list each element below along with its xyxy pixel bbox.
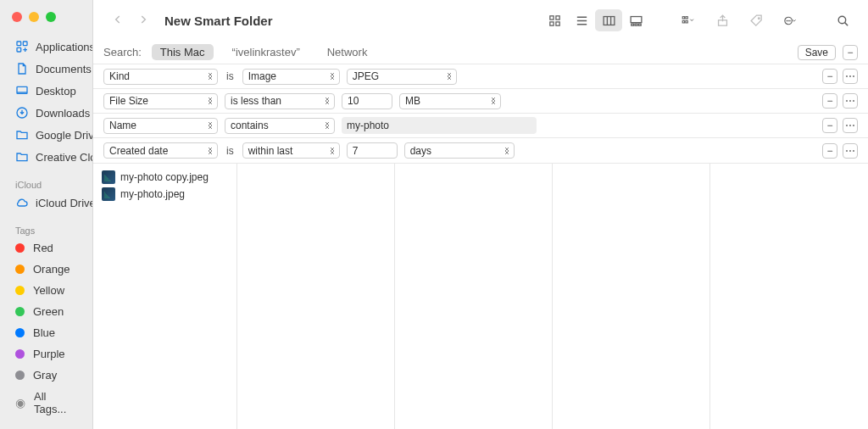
results-column-view: my-photo copy.jpeg my-photo.jpeg <box>93 164 868 429</box>
nav-back-button[interactable] <box>108 12 127 30</box>
tag-orange[interactable]: Orange <box>0 259 92 280</box>
file-name: my-photo copy.jpeg <box>120 171 209 183</box>
share-button[interactable] <box>709 9 736 31</box>
desktop-icon <box>15 84 29 98</box>
criteria-subtype-select[interactable]: JPEG <box>347 69 457 85</box>
criteria-attribute-select[interactable]: Kind <box>103 69 218 85</box>
save-search-button[interactable]: Save <box>798 45 836 60</box>
search-scope-bar: Search: This Mac “ivelinkrastev” Network… <box>93 41 868 64</box>
criteria-attribute-select[interactable]: Created date <box>103 142 218 159</box>
add-criteria-button[interactable]: ⋯ <box>843 118 858 133</box>
tag-yellow[interactable]: Yellow <box>0 280 92 301</box>
add-criteria-button[interactable]: ⋯ <box>843 93 858 109</box>
tag-all-tags[interactable]: ◉ All Tags... <box>0 386 92 420</box>
remove-criteria-button[interactable]: − <box>822 69 837 84</box>
search-label: Search: <box>103 46 142 58</box>
cloud-icon <box>15 196 29 209</box>
sidebar-item-label: Google Drive <box>36 129 92 142</box>
scope-user-home[interactable]: “ivelinkrastev” <box>224 44 309 60</box>
sidebar-item-icloud-drive[interactable]: iCloud Drive <box>0 192 92 214</box>
downloads-icon <box>15 106 29 120</box>
tag-dot-icon <box>15 286 25 295</box>
section-header-tags: Tags <box>0 220 92 237</box>
scope-network[interactable]: Network <box>319 44 376 60</box>
tag-purple[interactable]: Purple <box>0 343 92 365</box>
remove-criteria-button[interactable]: − <box>822 143 837 159</box>
sidebar: Applications Documents Desktop Downloads… <box>0 0 93 429</box>
view-gallery-button[interactable] <box>622 9 649 31</box>
nav-forward-button[interactable] <box>134 12 153 30</box>
add-criteria-button[interactable]: ⋯ <box>843 69 858 84</box>
tag-gray[interactable]: Gray <box>0 365 92 386</box>
svg-point-23 <box>786 20 787 21</box>
tag-red[interactable]: Red <box>0 237 92 259</box>
sidebar-item-google-drive[interactable]: Google Drive <box>0 124 92 146</box>
svg-rect-6 <box>555 15 559 19</box>
criteria-unit-select[interactable]: days <box>404 142 515 159</box>
favorites-group: Applications Documents Desktop Downloads… <box>0 36 92 168</box>
sidebar-item-downloads[interactable]: Downloads <box>0 102 92 124</box>
results-column[interactable]: my-photo copy.jpeg my-photo.jpeg <box>93 164 237 429</box>
sidebar-item-documents[interactable]: Documents <box>0 58 92 80</box>
criteria-value-input[interactable] <box>347 142 398 159</box>
svg-point-22 <box>787 20 788 21</box>
icloud-group: iCloud iCloud Drive <box>0 175 92 214</box>
results-column[interactable] <box>237 164 395 429</box>
tag-blue[interactable]: Blue <box>0 322 92 343</box>
svg-rect-8 <box>555 21 559 25</box>
sidebar-item-creative-cloud[interactable]: Creative Cloud Files... <box>0 146 92 168</box>
search-criteria: Kind is Image JPEG − ⋯ File Size is less… <box>93 64 868 164</box>
view-columns-button[interactable] <box>595 9 622 31</box>
criteria-operator-select[interactable]: within last <box>242 142 340 159</box>
criteria-attribute-select[interactable]: File Size <box>103 93 218 109</box>
criteria-join-label: is <box>225 70 236 82</box>
sidebar-item-desktop[interactable]: Desktop <box>0 80 92 102</box>
criteria-operator-select[interactable]: contains <box>225 118 335 134</box>
svg-rect-17 <box>682 20 684 22</box>
edit-tags-button[interactable] <box>743 9 770 31</box>
folder-icon <box>15 150 29 164</box>
criteria-row: File Size is less than MB − ⋯ <box>93 89 868 114</box>
results-column[interactable] <box>553 164 710 429</box>
remove-criteria-button[interactable]: − <box>822 118 837 133</box>
tag-green[interactable]: Green <box>0 301 92 322</box>
view-list-button[interactable] <box>568 9 595 31</box>
svg-rect-7 <box>549 21 553 25</box>
file-item[interactable]: my-photo.jpeg <box>93 186 236 203</box>
group-by-button[interactable] <box>675 9 702 31</box>
remove-all-criteria-button[interactable]: − <box>843 45 858 60</box>
minimize-window-button[interactable] <box>29 12 39 22</box>
tag-dot-icon <box>15 349 25 359</box>
maximize-window-button[interactable] <box>46 12 56 22</box>
scope-this-mac[interactable]: This Mac <box>152 44 214 60</box>
view-icons-button[interactable] <box>541 9 568 31</box>
sidebar-item-label: Desktop <box>36 85 76 98</box>
add-criteria-button[interactable]: ⋯ <box>843 143 858 159</box>
search-button[interactable] <box>829 9 856 31</box>
svg-point-25 <box>838 16 846 24</box>
criteria-operator-select[interactable]: is less than <box>225 93 335 109</box>
jpeg-file-icon <box>102 170 115 184</box>
close-window-button[interactable] <box>12 12 22 22</box>
tags-group: Tags Red Orange Yellow Green Blue Purple… <box>0 220 92 420</box>
tag-label: Orange <box>33 263 70 276</box>
svg-point-24 <box>789 20 790 21</box>
tag-label: Blue <box>33 326 55 339</box>
criteria-attribute-select[interactable]: Name <box>103 118 218 134</box>
results-column[interactable] <box>710 164 868 429</box>
svg-rect-1 <box>23 42 27 46</box>
file-item[interactable]: my-photo copy.jpeg <box>93 169 236 186</box>
sidebar-item-label: Creative Cloud Files... <box>36 151 92 164</box>
sidebar-item-label: Documents <box>36 63 92 75</box>
sidebar-item-applications[interactable]: Applications <box>0 36 92 58</box>
action-menu-button[interactable] <box>776 9 804 31</box>
criteria-text-input[interactable] <box>342 117 537 134</box>
criteria-value-select[interactable]: Image <box>242 69 340 85</box>
criteria-unit-select[interactable]: MB <box>399 93 501 109</box>
svg-rect-10 <box>604 16 615 25</box>
folder-icon <box>15 128 29 142</box>
remove-criteria-button[interactable]: − <box>822 93 837 109</box>
criteria-row: Created date is within last days − ⋯ <box>93 138 868 163</box>
criteria-value-input[interactable] <box>342 93 392 109</box>
results-column[interactable] <box>395 164 553 429</box>
